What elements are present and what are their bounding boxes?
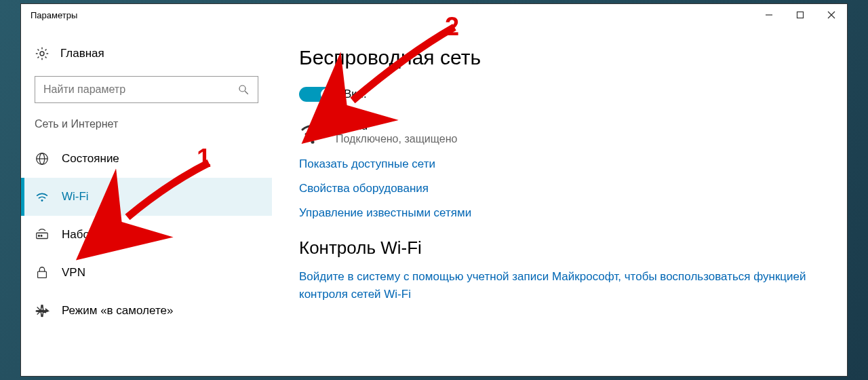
nav-item-vpn[interactable]: VPN [21,254,272,292]
nav-label: Wi-Fi [62,190,89,204]
wifi-icon [35,189,50,204]
settings-window: Параметры Главная [20,3,848,377]
network-info: Ku-Ku Подключено, защищено [336,119,457,147]
svg-rect-1 [797,12,804,18]
page-heading: Беспроводная сеть [299,46,820,69]
svg-rect-14 [38,271,47,278]
search-input[interactable] [43,83,237,96]
nav-label: Режим «в самолете» [62,304,173,318]
section2-heading: Контроль Wi-Fi [299,238,820,259]
home-label: Главная [60,47,104,60]
section2-body[interactable]: Войдите в систему с помощью учетной запи… [299,268,820,303]
link-show-networks[interactable]: Показать доступные сети [299,157,820,171]
svg-point-5 [239,86,245,92]
search-box[interactable] [35,76,258,103]
nav-label: VPN [62,266,85,280]
wifi-signal-icon [299,119,326,147]
svg-point-12 [39,235,40,236]
wifi-toggle[interactable] [299,87,334,102]
network-name: Ku-Ku [336,119,457,133]
nav-label: Состояние [62,152,119,166]
vpn-icon [35,265,50,280]
svg-point-13 [41,235,42,236]
globe-icon [35,151,50,166]
maximize-button[interactable] [785,4,816,26]
nav-item-dialup[interactable]: Набор номера [21,216,272,254]
minimize-button[interactable] [753,4,785,26]
link-hardware-props[interactable]: Свойства оборудования [299,182,820,195]
section-label: Сеть и Интернет [21,118,272,140]
gear-icon [35,46,50,61]
window-controls [753,4,847,26]
nav-item-status[interactable]: Состояние [21,140,272,178]
wifi-toggle-label: Вкл. [344,88,367,101]
main-panel: Беспроводная сеть Вкл. Ku-Ku Подключено [272,26,847,376]
content: Главная Сеть и Интернет Состояние [21,26,847,376]
nav-label: Набор номера [62,228,139,242]
window-title: Параметры [31,10,77,20]
dialup-icon [35,227,50,242]
nav-item-airplane[interactable]: Режим «в самолете» [21,292,272,330]
airplane-icon [35,303,50,318]
home-button[interactable]: Главная [21,46,272,76]
titlebar: Параметры [21,4,847,26]
wifi-toggle-row: Вкл. [299,87,820,102]
network-status: Подключено, защищено [336,133,457,145]
svg-line-6 [245,91,248,94]
nav-item-wifi[interactable]: Wi-Fi [21,178,272,216]
connected-network[interactable]: Ku-Ku Подключено, защищено [299,119,820,147]
link-manage-known[interactable]: Управление известными сетями [299,206,820,220]
search-icon [237,83,250,96]
svg-point-10 [41,200,43,202]
svg-point-4 [40,52,44,56]
svg-point-15 [311,140,315,144]
sidebar: Главная Сеть и Интернет Состояние [21,26,272,376]
close-button[interactable] [816,4,847,26]
